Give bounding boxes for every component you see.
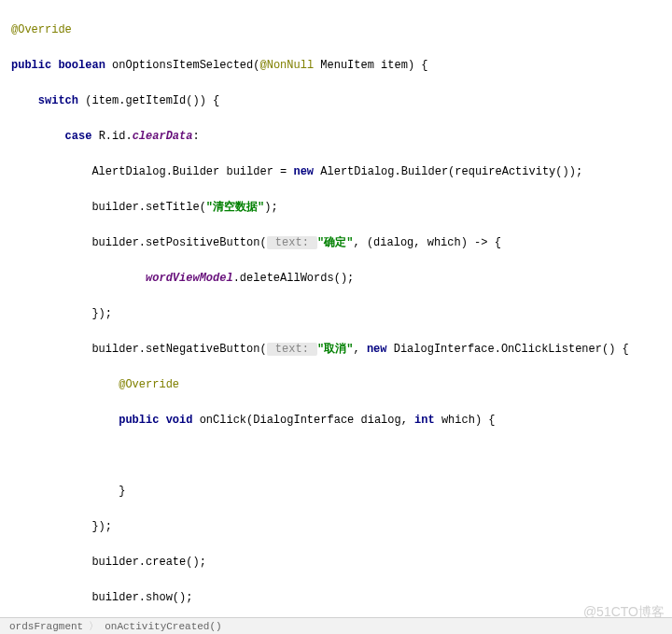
breadcrumb-item[interactable]: ordsFragment [4, 621, 89, 632]
code-line: builder.show(); [11, 589, 672, 607]
code-line: case R.id.clearData: [11, 128, 672, 146]
code-line: builder.setTitle("清空数据"); [11, 199, 672, 217]
code-line: public boolean onOptionsItemSelected(@No… [11, 57, 672, 75]
code-line [11, 447, 672, 465]
code-line: builder.setNegativeButton( text: "取消", n… [11, 341, 672, 359]
breadcrumb-item[interactable]: onActivityCreated() [99, 621, 227, 632]
code-line: } [11, 483, 672, 500]
code-line: @Override [11, 376, 672, 394]
code-line: switch (item.getItemId()) { [11, 92, 672, 110]
breadcrumb: ordsFragment 〉 onActivityCreated() [0, 617, 672, 634]
code-line: @Override [11, 21, 672, 39]
code-line: public void onClick(DialogInterface dial… [11, 412, 672, 430]
breadcrumb-separator-icon: 〉 [89, 619, 99, 633]
code-line: }); [11, 305, 672, 323]
code-line: builder.setPositiveButton( text: "确定", (… [11, 234, 672, 252]
code-line: builder.create(); [11, 554, 672, 571]
code-line: AlertDialog.Builder builder = new AlertD… [11, 163, 672, 181]
code-line: }); [11, 518, 672, 536]
code-editor[interactable]: @Override public boolean onOptionsItemSe… [0, 0, 672, 634]
code-line: wordViewModel.deleteAllWords(); [11, 270, 672, 288]
